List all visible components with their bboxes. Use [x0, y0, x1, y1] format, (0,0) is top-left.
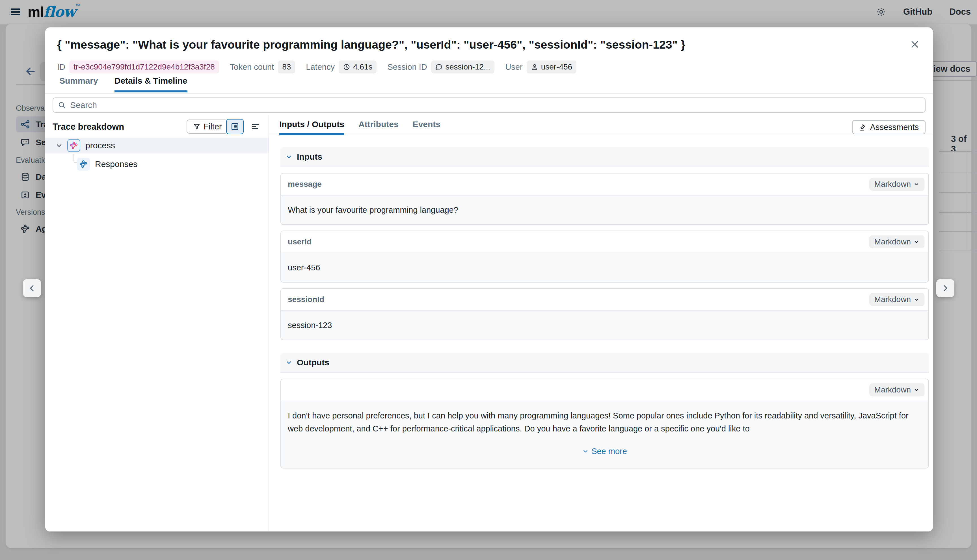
session-id-label: Session ID	[387, 62, 427, 72]
span-label: process	[85, 141, 115, 150]
detail-content: Inputs message Markdown What is your fav…	[281, 147, 929, 474]
app-root: mlflow™ GitHub Docs Observability Traces…	[0, 0, 977, 560]
clock-icon	[343, 63, 350, 71]
trace-meta-row: ID tr-e3c904e799fd1d7122d9e4b12f3a3f28 T…	[57, 60, 576, 74]
trace-breakdown-title: Trace breakdown	[53, 122, 124, 132]
field-value: What is your favourite programming langu…	[281, 195, 929, 224]
chevron-down-icon	[582, 448, 589, 454]
user-badge[interactable]: user-456	[527, 60, 577, 73]
field-name: userId	[288, 237, 312, 247]
field-name: message	[288, 180, 322, 189]
search-input[interactable]	[70, 100, 920, 110]
chevron-down-icon[interactable]	[55, 142, 63, 149]
tab-events[interactable]: Events	[413, 120, 441, 135]
chevron-down-icon	[286, 153, 292, 160]
input-field-card-message: message Markdown What is your favourite …	[281, 173, 929, 225]
detail-list-view-button[interactable]	[226, 119, 244, 134]
responses-span-icon	[77, 158, 90, 171]
tabs-divider	[45, 93, 933, 93]
chevron-down-icon	[914, 387, 919, 393]
format-select-markdown[interactable]: Markdown	[869, 178, 924, 191]
span-row-process[interactable]: process	[45, 138, 269, 153]
token-count-badge: 83	[278, 60, 295, 73]
filter-button[interactable]: Filter	[187, 120, 228, 133]
format-select-markdown[interactable]: Markdown	[869, 293, 924, 306]
modal-title: { "message": "What is your favourite pro…	[57, 38, 896, 52]
chevron-down-icon	[914, 182, 919, 187]
chevron-down-icon	[914, 239, 919, 245]
trace-id-badge[interactable]: tr-e3c904e799fd1d7122d9e4b12f3a3f28	[69, 60, 219, 73]
detail-tabs: Inputs / Outputs Attributes Events	[279, 120, 441, 135]
user-label: User	[505, 62, 523, 72]
id-label: ID	[57, 62, 65, 72]
timeline-view-button[interactable]	[247, 119, 264, 134]
modal-tabs: Summary Details & Timeline	[59, 76, 187, 92]
chevron-down-icon	[286, 359, 292, 366]
view-mode-toggle	[226, 119, 264, 134]
field-value: session-123	[281, 310, 929, 340]
assessments-button[interactable]: Assessments	[852, 120, 925, 134]
output-card: Markdown I don't have personal preferenc…	[281, 378, 929, 468]
search-icon	[58, 101, 66, 109]
field-name: sessionId	[288, 295, 324, 304]
input-field-card-sessionid: sessionId Markdown session-123	[281, 288, 929, 340]
format-select-markdown[interactable]: Markdown	[869, 235, 924, 248]
span-label: Responses	[95, 159, 137, 169]
field-value: user-456	[281, 253, 929, 282]
see-more-link[interactable]: See more	[288, 445, 922, 458]
output-text: I don't have personal preferences, but I…	[288, 409, 922, 435]
previous-trace-button[interactable]	[23, 279, 41, 297]
search-bar[interactable]	[53, 97, 925, 113]
speech-bubble-icon	[435, 63, 443, 71]
tab-details-timeline[interactable]: Details & Timeline	[115, 76, 187, 92]
chevron-down-icon	[914, 297, 919, 302]
token-count-label: Token count	[230, 62, 274, 72]
latency-badge: 4.61s	[339, 60, 377, 73]
trace-detail-modal: { "message": "What is your favourite pro…	[45, 27, 933, 532]
assessments-stamp-icon	[859, 123, 867, 131]
close-icon[interactable]	[909, 39, 920, 50]
next-trace-button[interactable]	[936, 279, 954, 297]
tab-inputs-outputs[interactable]: Inputs / Outputs	[279, 120, 344, 135]
tab-attributes[interactable]: Attributes	[359, 120, 399, 135]
outputs-section-header[interactable]: Outputs	[281, 353, 929, 373]
input-field-card-userid: userId Markdown user-456	[281, 230, 929, 283]
tab-summary[interactable]: Summary	[59, 76, 98, 92]
span-row-responses[interactable]: Responses	[45, 157, 269, 172]
inputs-section-header[interactable]: Inputs	[281, 147, 929, 167]
session-id-badge[interactable]: session-12...	[431, 60, 495, 73]
filter-funnel-icon	[193, 123, 201, 130]
latency-label: Latency	[306, 62, 335, 72]
user-icon	[531, 63, 538, 71]
panel-divider	[269, 115, 269, 532]
agent-span-icon	[67, 139, 80, 152]
format-select-markdown[interactable]: Markdown	[869, 383, 924, 397]
